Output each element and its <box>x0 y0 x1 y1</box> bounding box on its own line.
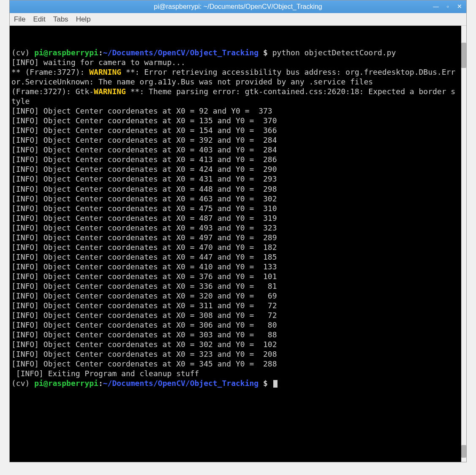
coord-line: [INFO] Object Center coordenates at X0 =… <box>11 310 459 320</box>
scroll-thumb-bottom[interactable] <box>461 445 466 458</box>
menu-edit[interactable]: Edit <box>33 15 45 24</box>
window-controls: — ▫ ✕ <box>432 2 464 11</box>
coord-line: [INFO] Object Center coordenates at X0 =… <box>11 213 459 223</box>
prompt-line-1: (cv) pi@raspberrypi:~/Documents/OpenCV/O… <box>11 48 459 57</box>
menu-help[interactable]: Help <box>76 15 91 24</box>
coord-line: [INFO] Object Center coordenates at X0 =… <box>11 184 459 194</box>
coord-line: [INFO] Object Center coordenates at X0 =… <box>11 145 459 155</box>
info-warmup: [INFO] waiting for camera to warmup... <box>11 57 459 67</box>
coord-line: [INFO] Object Center coordenates at X0 =… <box>11 204 459 213</box>
terminal-area[interactable]: (cv) pi@raspberrypi:~/Documents/OpenCV/O… <box>10 26 466 462</box>
prompt-path: ~/Documents/OpenCV/Object_Tracking <box>103 48 258 57</box>
coord-line: [INFO] Object Center coordenates at X0 =… <box>11 135 459 145</box>
coord-line: [INFO] Object Center coordenates at X0 =… <box>11 155 459 164</box>
coord-line: [INFO] Object Center coordenates at X0 =… <box>11 116 459 125</box>
coord-line: [INFO] Object Center coordenates at X0 =… <box>11 281 459 291</box>
coord-line: [INFO] Object Center coordenates at X0 =… <box>11 174 459 184</box>
coord-line: [INFO] Object Center coordenates at X0 =… <box>11 339 459 349</box>
scroll-thumb[interactable] <box>461 43 466 68</box>
coord-line: [INFO] Object Center coordenates at X0 =… <box>11 125 459 135</box>
coord-line: [INFO] Object Center coordenates at X0 =… <box>11 223 459 233</box>
prompt-dollar: $ <box>258 48 272 57</box>
coord-line: [INFO] Object Center coordenates at X0 =… <box>11 301 459 310</box>
minimize-button[interactable]: — <box>432 2 440 11</box>
coord-line: [INFO] Object Center coordenates at X0 =… <box>11 271 459 281</box>
venv-label: (cv) <box>11 379 34 388</box>
menu-tabs[interactable]: Tabs <box>53 15 68 24</box>
prompt-line-2: (cv) pi@raspberrypi:~/Documents/OpenCV/O… <box>11 378 459 388</box>
coord-line: [INFO] Object Center coordenates at X0 =… <box>11 164 459 174</box>
warning-line-2: (Frame:3727): Gtk-WARNING **: Theme pars… <box>11 87 459 106</box>
coord-line: [INFO] Object Center coordenates at X0 =… <box>11 194 459 204</box>
warning-tag: WARNING <box>89 68 121 76</box>
prompt-user: pi@raspberrypi <box>34 48 98 57</box>
scrollbar[interactable] <box>461 26 466 462</box>
coord-line: [INFO] Object Center coordenates at X0 =… <box>11 106 459 116</box>
warning-tag: WARNING <box>94 87 126 96</box>
titlebar[interactable]: pi@raspberrypi: ~/Documents/OpenCV/Objec… <box>10 0 466 13</box>
menu-file[interactable]: File <box>14 15 25 24</box>
coord-line: [INFO] Object Center coordenates at X0 =… <box>11 242 459 252</box>
coord-line: [INFO] Object Center coordenates at X0 =… <box>11 320 459 330</box>
coord-line: [INFO] Object Center coordenates at X0 =… <box>11 291 459 301</box>
terminal-window: pi@raspberrypi: ~/Documents/OpenCV/Objec… <box>9 0 467 462</box>
coord-line: [INFO] Object Center coordenates at X0 =… <box>11 349 459 359</box>
close-button[interactable]: ✕ <box>455 2 464 11</box>
coord-line: [INFO] Object Center coordenates at X0 =… <box>11 252 459 262</box>
command-text: python objectDetectCoord.py <box>272 48 396 57</box>
maximize-button[interactable]: ▫ <box>443 2 452 11</box>
coord-line: [INFO] Object Center coordenates at X0 =… <box>11 233 459 242</box>
prompt-dollar: $ <box>258 379 272 388</box>
coord-line: [INFO] Object Center coordenates at X0 =… <box>11 262 459 271</box>
warning-line-1: ** (Frame:3727): WARNING **: Error retri… <box>11 67 459 87</box>
menubar: File Edit Tabs Help <box>10 13 466 26</box>
cursor <box>273 380 277 388</box>
venv-label: (cv) <box>11 48 34 57</box>
prompt-user: pi@raspberrypi <box>34 379 98 388</box>
exit-line: [INFO] Exiting Program and cleanup stuff <box>11 369 459 378</box>
coord-line: [INFO] Object Center coordenates at X0 =… <box>11 330 459 339</box>
coord-line: [INFO] Object Center coordenates at X0 =… <box>11 359 459 369</box>
prompt-path: ~/Documents/OpenCV/Object_Tracking <box>103 379 258 388</box>
window-title: pi@raspberrypi: ~/Documents/OpenCV/Objec… <box>154 3 322 11</box>
